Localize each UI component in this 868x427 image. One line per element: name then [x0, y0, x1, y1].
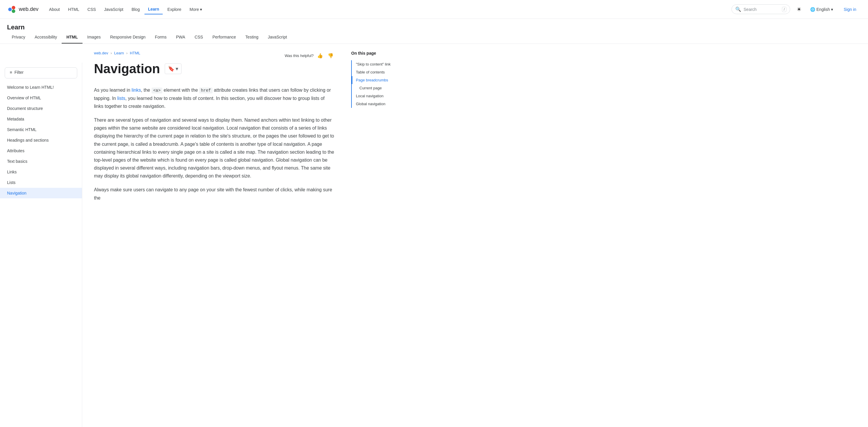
toc-active-bar: "Skip to content" link Table of contents… — [351, 60, 418, 108]
bookmark-button[interactable]: 🔖 ▾ — [165, 63, 182, 74]
toc-item-skip[interactable]: "Skip to content" link — [352, 60, 418, 68]
sidebar-item-overview[interactable]: Overview of HTML — [0, 92, 82, 103]
logo-text: web.dev — [19, 6, 38, 12]
helpful-row: Was this helpful? 👍 👎 — [284, 51, 335, 60]
tab-css[interactable]: CSS — [190, 31, 208, 44]
breadcrumb-webdev[interactable]: web.dev — [94, 51, 108, 55]
toc-item-global-navigation[interactable]: Global navigation — [352, 100, 418, 108]
page-section-title: Learn — [7, 24, 25, 31]
page-title-row: Navigation 🔖 ▾ — [94, 61, 335, 77]
toc-item-current-page[interactable]: Current page — [352, 84, 418, 92]
search-shortcut: / — [782, 7, 786, 12]
sign-in-button[interactable]: Sign in — [839, 5, 861, 14]
sidebar-item-attributes[interactable]: Attributes — [0, 145, 82, 156]
paragraph-3: Always make sure users can navigate to a… — [94, 186, 335, 202]
sun-icon: ☀ — [797, 6, 801, 12]
svg-point-0 — [8, 8, 12, 11]
nav-links: About HTML CSS JavaScript Blog Learn Exp… — [45, 4, 729, 15]
sidebar-item-text-basics[interactable]: Text basics — [0, 156, 82, 167]
search-box[interactable]: 🔍 Search / — [732, 4, 790, 14]
sidebar-item-navigation[interactable]: Navigation — [0, 188, 82, 198]
thumbs-down-icon: 👎 — [328, 53, 334, 58]
nav-css[interactable]: CSS — [84, 5, 99, 14]
toc-title: On this page — [351, 51, 418, 56]
logo-icon — [7, 5, 17, 14]
left-sidebar: ≡ Filter Welcome to Learn HTML! Overview… — [0, 63, 82, 427]
tab-testing[interactable]: Testing — [241, 31, 263, 44]
nav-explore[interactable]: Explore — [164, 5, 185, 14]
sidebar-item-headings[interactable]: Headings and sections — [0, 135, 82, 145]
top-nav: web.dev About HTML CSS JavaScript Blog L… — [0, 0, 868, 19]
thumbs-down-button[interactable]: 👎 — [327, 51, 335, 60]
filter-row[interactable]: ≡ Filter — [5, 67, 77, 79]
filter-icon: ≡ — [10, 70, 12, 75]
tab-performance[interactable]: Performance — [208, 31, 241, 44]
main-content: web.dev › Learn › HTML Was this helpful?… — [82, 44, 346, 427]
breadcrumb-sep-2: › — [126, 51, 127, 55]
filter-label: Filter — [14, 70, 24, 75]
svg-point-1 — [12, 6, 15, 9]
toc-item-table-of-contents[interactable]: Table of contents — [352, 68, 418, 76]
link-links[interactable]: links — [131, 88, 141, 92]
language-label: English — [816, 7, 830, 12]
helpful-label: Was this helpful? — [284, 54, 314, 58]
sidebar-item-lists[interactable]: Lists — [0, 177, 82, 188]
nav-javascript[interactable]: JavaScript — [101, 5, 127, 14]
tab-pwa[interactable]: PWA — [171, 31, 190, 44]
theme-toggle-button[interactable]: ☀ — [794, 4, 804, 15]
right-sidebar: On this page "Skip to content" link Tabl… — [346, 44, 423, 427]
tab-forms[interactable]: Forms — [150, 31, 172, 44]
tab-accessibility[interactable]: Accessibility — [30, 31, 62, 44]
thumbs-up-button[interactable]: 👍 — [316, 51, 324, 60]
tab-responsive-design[interactable]: Responsive Design — [105, 31, 150, 44]
breadcrumb-html[interactable]: HTML — [130, 51, 140, 55]
svg-point-2 — [12, 9, 15, 13]
breadcrumb: web.dev › Learn › HTML — [94, 51, 141, 55]
thumbs-up-icon: 👍 — [317, 53, 323, 58]
learn-header: Learn — [0, 19, 868, 31]
breadcrumb-learn[interactable]: Learn — [114, 51, 124, 55]
search-placeholder: Search — [744, 7, 780, 12]
tab-privacy[interactable]: Privacy — [7, 31, 30, 44]
logo[interactable]: web.dev — [7, 5, 38, 14]
bookmark-arrow-icon: ▾ — [176, 65, 178, 72]
nav-learn[interactable]: Learn — [145, 4, 163, 15]
language-selector[interactable]: 🌐 English ▾ — [808, 5, 835, 13]
content-body: As you learned in links, the <a> element… — [94, 86, 335, 202]
nav-about[interactable]: About — [45, 5, 63, 14]
bookmark-icon: 🔖 — [168, 65, 175, 72]
toc-item-local-navigation[interactable]: Local navigation — [352, 92, 418, 100]
code-href-attr: href — [199, 88, 213, 93]
main-layout: ≡ Filter Welcome to Learn HTML! Overview… — [0, 44, 868, 427]
code-a-element: <a> — [152, 88, 162, 93]
search-icon: 🔍 — [735, 6, 741, 12]
more-arrow-icon: ▾ — [200, 7, 202, 12]
nav-right: 🔍 Search / ☀ 🌐 English ▾ Sign in — [732, 4, 861, 15]
sidebar-item-semantic-html[interactable]: Semantic HTML — [0, 124, 82, 135]
lang-arrow-icon: ▾ — [831, 7, 833, 12]
sidebar-item-document-structure[interactable]: Document structure — [0, 103, 82, 114]
page-title: Navigation — [94, 61, 160, 77]
tab-images[interactable]: Images — [83, 31, 105, 44]
tab-javascript[interactable]: JavaScript — [263, 31, 291, 44]
nav-blog[interactable]: Blog — [128, 5, 143, 14]
sidebar-item-metadata[interactable]: Metadata — [0, 114, 82, 124]
tab-html[interactable]: HTML — [62, 31, 83, 44]
sidebar-item-links[interactable]: Links — [0, 167, 82, 177]
globe-icon: 🌐 — [810, 7, 815, 12]
nav-more[interactable]: More ▾ — [186, 5, 206, 14]
sidebar-item-welcome[interactable]: Welcome to Learn HTML! — [0, 82, 82, 92]
breadcrumb-sep-1: › — [111, 51, 112, 55]
category-tabs: Privacy Accessibility HTML Images Respon… — [0, 31, 868, 44]
paragraph-2: There are several types of navigation an… — [94, 116, 335, 180]
toc-item-page-breadcrumbs[interactable]: Page breadcrumbs — [352, 76, 418, 84]
nav-html[interactable]: HTML — [65, 5, 83, 14]
link-lists[interactable]: lists — [117, 96, 125, 101]
paragraph-1: As you learned in links, the <a> element… — [94, 86, 335, 110]
